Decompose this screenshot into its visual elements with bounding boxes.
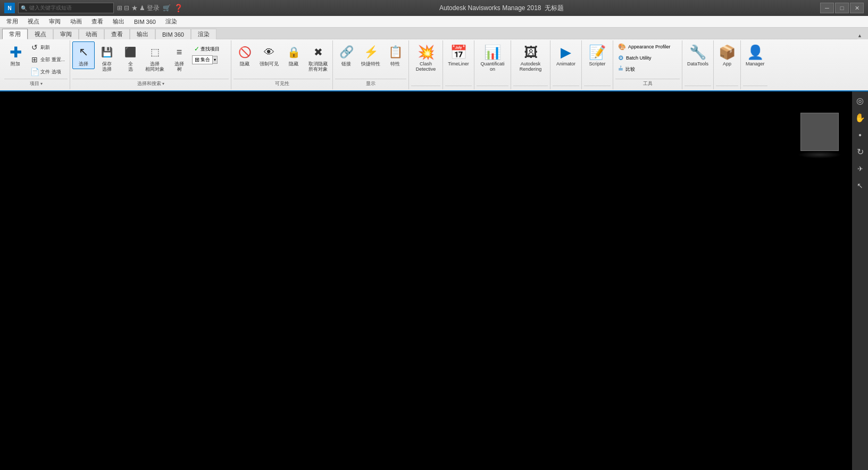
ribbon-group-timeliner: 📅 TimeLiner [443, 40, 474, 89]
search-box[interactable]: 🔍 键入关键字或短语 [18, 3, 114, 13]
autodesk-rendering-button[interactable]: 🖼 AutodeskRendering [513, 41, 548, 74]
ribbon-group-project: ✚ 附加 ↺ 刷新 ⊞ 全部 重置... 📄 文件 选项 [2, 40, 70, 89]
menubar: 常用 视点 审阅 动画 查看 输出 BIM 360 渲染 [0, 16, 868, 28]
manager-icon: 👤 [747, 44, 764, 61]
app-icon: 📦 [719, 44, 736, 61]
tab-bim360[interactable]: BIM 360 [155, 29, 191, 39]
scripter-button[interactable]: 📝 Scripter [584, 41, 611, 69]
cancel-hide-button[interactable]: ✖ 取消隐藏所有对象 [306, 41, 330, 74]
select-button[interactable]: ↖ 选择 [72, 41, 95, 69]
clash-detective-icon: 💥 [418, 44, 435, 61]
window-title: Autodesk Navisworks Manage 2018 无标题 [183, 4, 820, 13]
titlebar-left: N 🔍 键入关键字或短语 ⊞ ⊟ ★ ♟ 登录 🛒 ❓ [4, 3, 183, 13]
menu-item-bim360[interactable]: BIM 360 [130, 16, 160, 27]
manager-button[interactable]: 👤 Manager [743, 41, 767, 69]
project-group-arrow[interactable]: ▾ [40, 81, 43, 86]
collection-button[interactable]: ⊞ 集合 ▾ [191, 55, 229, 65]
collection-icon: ⊞ [195, 56, 199, 63]
ribbon-group-tools: 🎨 Appearance Profiler ⚙ Batch Utility ≟ … [613, 40, 682, 89]
cancel-hide-icon: ✖ [310, 44, 327, 61]
fly-tool-button[interactable]: ✈ [853, 162, 867, 175]
select-tree-icon: ≡ [171, 44, 188, 61]
file-icon: 📄 [30, 68, 39, 76]
menu-item-view[interactable]: 查看 [87, 16, 107, 27]
reset-icon: ⊞ [30, 55, 39, 64]
canvas-shadow [798, 151, 841, 158]
hide2-icon: 🔒 [285, 44, 302, 61]
tab-review[interactable]: 审阅 [53, 29, 79, 39]
tab-render[interactable]: 渲染 [191, 29, 216, 39]
select-tree-button[interactable]: ≡ 选择树 [168, 41, 190, 74]
tab-animation[interactable]: 动画 [79, 29, 104, 39]
menu-item-output[interactable]: 输出 [108, 16, 129, 27]
menu-item-animation[interactable]: 动画 [66, 16, 86, 27]
tab-viewpoint[interactable]: 视点 [28, 29, 53, 39]
file-options-button[interactable]: 📄 文件 选项 [28, 66, 68, 78]
save-selection-button[interactable]: 💾 保存选择 [96, 41, 118, 74]
viewport[interactable]: ◎ ✋ ● ↻ ✈ ↖ [0, 91, 868, 470]
maximize-button[interactable]: □ [835, 3, 849, 13]
window-controls: ─ □ ✕ [820, 3, 864, 13]
ribbon-tabs: 常用 视点 审阅 动画 查看 输出 BIM 360 渲染 ▲ [0, 28, 868, 39]
hide-button[interactable]: 🚫 隐藏 [233, 41, 256, 69]
close-button[interactable]: ✕ [850, 3, 864, 13]
ribbon: 常用 视点 审阅 动画 查看 输出 BIM 360 渲染 ▲ ✚ 附加 ↺ 刷新 [0, 28, 868, 91]
menu-item-render[interactable]: 渲染 [161, 16, 181, 27]
rotate-tool-button[interactable]: ↻ [853, 145, 867, 158]
quick-prop-icon: ⚡ [362, 44, 379, 61]
menu-item-common[interactable]: 常用 [2, 16, 22, 27]
tab-view[interactable]: 查看 [104, 29, 130, 39]
animator-icon: ▶ [557, 44, 574, 61]
hide-icon: 🚫 [236, 44, 253, 61]
ribbon-group-select-search: ↖ 选择 💾 保存选择 ⬛ 全选 ⬚ 选择相同对象 [70, 40, 231, 89]
add-icon: ✚ [7, 44, 24, 61]
ribbon-group-animator: ▶ Animator [550, 40, 582, 89]
tab-output[interactable]: 输出 [130, 29, 155, 39]
pan-tool-button[interactable]: ✋ [853, 111, 867, 124]
find-items-button[interactable]: ✓ 查找项目 [191, 44, 229, 54]
collection-dropdown-arrow[interactable]: ▾ [213, 56, 218, 64]
force-visible-button[interactable]: 👁 强制可见 [257, 41, 281, 69]
right-toolbar: ◎ ✋ ● ↻ ✈ ↖ [852, 91, 868, 470]
appearance-profiler-icon: 🎨 [618, 43, 626, 51]
tab-common[interactable]: 常用 [2, 29, 28, 39]
scripter-icon: 📝 [589, 44, 606, 61]
select-same-button[interactable]: ⬚ 选择相同对象 [143, 41, 167, 74]
timeliner-button[interactable]: 📅 TimeLiner [445, 41, 472, 69]
appearance-profiler-button[interactable]: 🎨 Appearance Profiler [615, 41, 673, 52]
quick-properties-button[interactable]: ⚡ 快捷特性 [358, 41, 383, 69]
ribbon-group-scripter: 📝 Scripter [582, 40, 613, 89]
menu-item-viewpoint[interactable]: 视点 [23, 16, 44, 27]
quantification-button[interactable]: 📊 Quantification [477, 41, 508, 74]
titlebar-icons: ⊞ ⊟ ★ ♟ 登录 [117, 4, 160, 13]
ribbon-group-quantification: 📊 Quantification [474, 40, 511, 89]
dot-tool-button[interactable]: ● [853, 128, 867, 141]
select-search-group-arrow[interactable]: ▾ [162, 81, 164, 86]
titlebar: N 🔍 键入关键字或短语 ⊞ ⊟ ★ ♟ 登录 🛒 ❓ Autodesk Nav… [0, 0, 868, 16]
hide2-button[interactable]: 🔒 隐藏 [282, 41, 305, 69]
ribbon-group-datatools: 🔧 DataTools [682, 40, 714, 89]
main-area: ◎ ✋ ● ↻ ✈ ↖ [0, 91, 868, 470]
force-visible-icon: 👁 [261, 44, 278, 61]
orbit-tool-button[interactable]: ◎ [853, 94, 867, 107]
properties-button[interactable]: 📋 特性 [384, 41, 406, 69]
help-icon[interactable]: ❓ [174, 4, 183, 12]
datatools-button[interactable]: 🔧 DataTools [685, 41, 711, 69]
select-tool2-button[interactable]: ↖ [853, 179, 867, 192]
all-select-button[interactable]: ⬛ 全选 [119, 41, 141, 74]
compare-button[interactable]: ≟ 比较 [615, 64, 638, 74]
compare-icon: ≟ [618, 65, 623, 73]
menu-item-review[interactable]: 审阅 [45, 16, 65, 27]
link-button[interactable]: 🔗 链接 [335, 41, 357, 69]
ribbon-group-display: 🔗 链接 ⚡ 快捷特性 📋 特性 显示 [333, 40, 409, 89]
app-button[interactable]: 📦 App [716, 41, 738, 69]
add-button[interactable]: ✚ 附加 [4, 41, 27, 69]
reset-all-button[interactable]: ⊞ 全部 重置... [28, 54, 68, 65]
clash-detective-button[interactable]: 💥 ClashDetective [411, 41, 440, 74]
animator-button[interactable]: ▶ Animator [553, 41, 579, 69]
minimize-button[interactable]: ─ [820, 3, 834, 13]
refresh-button[interactable]: ↺ 刷新 [28, 41, 68, 53]
ribbon-collapse-button[interactable]: ▲ [857, 33, 868, 39]
app-icon: N [4, 3, 15, 13]
batch-utility-button[interactable]: ⚙ Batch Utility [615, 53, 654, 63]
